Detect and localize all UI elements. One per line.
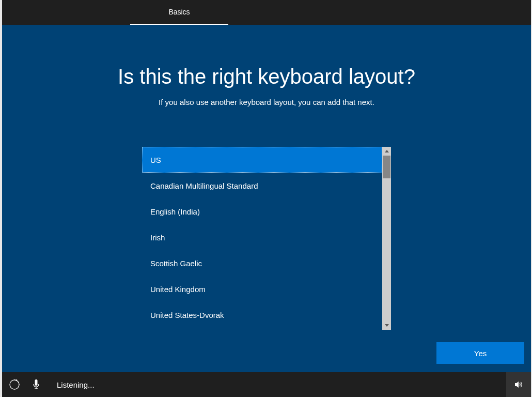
layout-item-label: Irish xyxy=(150,233,165,242)
layout-item-label: United States-Dvorak xyxy=(150,311,224,319)
layout-item-label: English (India) xyxy=(150,207,200,216)
layout-item-canadian-multilingual[interactable]: Canadian Multilingual Standard xyxy=(142,173,382,198)
layout-item-us-dvorak[interactable]: United States-Dvorak xyxy=(142,302,382,328)
layout-item-scottish-gaelic[interactable]: Scottish Gaelic xyxy=(142,250,382,276)
content-area: Is this the right keyboard layout? If yo… xyxy=(2,25,531,372)
layout-item-us[interactable]: US xyxy=(142,147,382,173)
listening-status: Listening... xyxy=(57,380,95,389)
volume-icon[interactable] xyxy=(506,372,531,397)
scroll-track[interactable] xyxy=(382,156,391,321)
page-subtitle: If you also use another keyboard layout,… xyxy=(159,98,374,106)
page-title: Is this the right keyboard layout? xyxy=(118,65,415,88)
ease-of-access-icon[interactable] xyxy=(2,372,27,397)
scrollbar[interactable] xyxy=(382,147,391,330)
oobe-window: Basics Is this the right keyboard layout… xyxy=(2,0,531,397)
keyboard-layout-list: US Canadian Multilingual Standard Englis… xyxy=(142,147,391,330)
scroll-down-arrow-icon[interactable] xyxy=(382,321,391,330)
layout-list-items: US Canadian Multilingual Standard Englis… xyxy=(142,147,382,330)
tab-basics-label: Basics xyxy=(168,8,190,16)
layout-item-label: United Kingdom xyxy=(150,285,206,294)
layout-item-english-india[interactable]: English (India) xyxy=(142,198,382,224)
top-bar: Basics xyxy=(2,0,531,25)
yes-button-label: Yes xyxy=(474,349,487,358)
scroll-up-arrow-icon[interactable] xyxy=(382,147,391,156)
svg-rect-1 xyxy=(35,379,38,386)
bottom-bar: Listening... xyxy=(2,372,531,397)
scroll-thumb[interactable] xyxy=(383,156,390,178)
tab-basics[interactable]: Basics xyxy=(130,0,228,25)
layout-item-label: Canadian Multilingual Standard xyxy=(150,181,258,190)
layout-item-label: Scottish Gaelic xyxy=(150,259,202,268)
yes-button[interactable]: Yes xyxy=(436,342,524,364)
layout-item-label: US xyxy=(150,156,161,164)
layout-item-irish[interactable]: Irish xyxy=(142,224,382,250)
microphone-icon[interactable] xyxy=(27,372,45,397)
layout-item-united-kingdom[interactable]: United Kingdom xyxy=(142,276,382,302)
